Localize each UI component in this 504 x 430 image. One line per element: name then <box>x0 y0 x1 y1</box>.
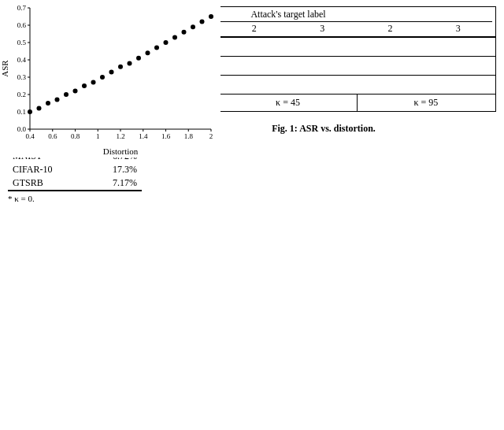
main-container: Ground truth label Cleanexample Attack's… <box>0 0 504 430</box>
table4-footnote: * κ = 0. <box>8 194 142 203</box>
kappa-45: κ = 45 <box>219 95 357 111</box>
attack-label-2: 2 <box>220 23 288 35</box>
table4-value-cifar: 17.3% <box>87 163 142 176</box>
bottom-section: Table 4: Attack successrate (ASR) MNIST … <box>8 120 496 203</box>
attack-label-5: 3 <box>424 23 492 35</box>
table4-value-gtsrb: 7.17% <box>87 176 142 190</box>
table-row: GTSRB 7.17% <box>8 176 142 190</box>
table4-name-cifar: CIFAR-10 <box>8 163 87 176</box>
asr-chart <box>0 0 220 158</box>
chart-title: Fig. 1: ASR vs. distortion. <box>272 123 376 135</box>
attack-label-4: 2 <box>356 23 424 35</box>
chart-section: Fig. 1: ASR vs. distortion. <box>151 120 496 135</box>
attack-label-3: 3 <box>288 23 356 35</box>
kappa-95: κ = 95 <box>358 95 495 111</box>
table-row: CIFAR-10 17.3% <box>8 163 142 176</box>
table4-name-gtsrb: GTSRB <box>8 176 87 190</box>
